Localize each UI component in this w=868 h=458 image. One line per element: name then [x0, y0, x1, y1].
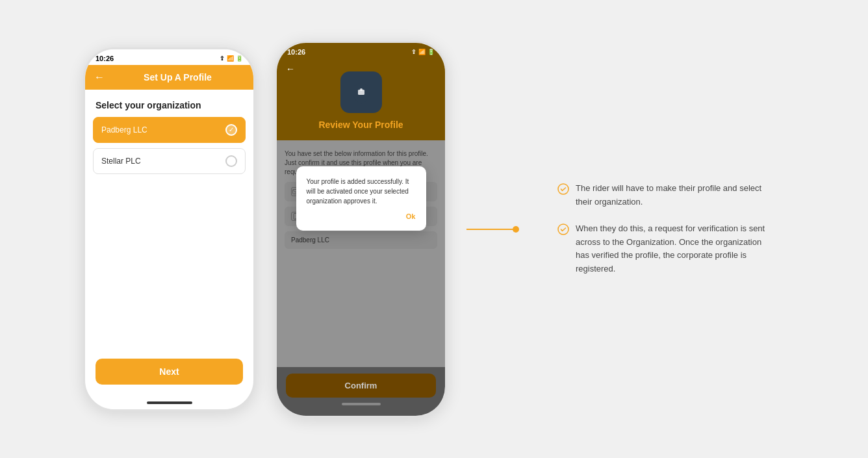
info-panel: The rider will have to make their profil… — [538, 169, 785, 289]
info-item-2: When they do this, a request for verific… — [557, 222, 772, 276]
location-icon: ⇪ — [220, 55, 225, 62]
next-button[interactable]: Next — [96, 359, 243, 385]
select-org-title: Select your organization — [85, 90, 253, 117]
phone-left: 10:26 ⇪ 📶 🔋 ← Set Up A Profile Select yo… — [83, 47, 255, 411]
phone-right-footer: Confirm — [277, 367, 445, 416]
phone-left-body: Select your organization Padberg LLC ✓ S… — [85, 90, 253, 398]
time-left: 10:26 — [96, 55, 114, 62]
org-name-padberg: Padberg LLC — [101, 125, 147, 134]
status-icons-right: ⇪ 📶 🔋 — [411, 49, 435, 55]
modal-overlay: Your profile is added successfully. It w… — [277, 140, 445, 367]
review-content-area: You have set the below information for t… — [277, 140, 445, 367]
battery-icon-left: 🔋 — [236, 55, 243, 62]
phone-right-status-bar: 10:26 ⇪ 📶 🔋 — [277, 43, 445, 58]
check-circle-icon-1 — [557, 183, 569, 197]
page-title-left: Set Up A Profile — [111, 72, 244, 83]
connector-line — [466, 229, 518, 230]
svg-point-5 — [558, 184, 568, 194]
svg-rect-1 — [360, 88, 363, 91]
svg-point-6 — [558, 224, 568, 235]
home-indicator-right — [342, 403, 381, 405]
time-right: 10:26 — [287, 48, 305, 56]
location-icon-right: ⇪ — [411, 49, 416, 55]
profile-shield-icon — [340, 71, 382, 113]
wifi-icon-right: 📶 — [418, 49, 426, 55]
status-icons-left: ⇪ 📶 🔋 — [220, 55, 243, 62]
phone-left-status-bar: 10:26 ⇪ 📶 🔋 — [85, 49, 253, 65]
modal-ok-button[interactable]: Ok — [307, 212, 416, 220]
modal-message: Your profile is added successfully. It w… — [307, 177, 416, 206]
check-circle-icon-2 — [557, 223, 569, 237]
org-list: Padberg LLC ✓ Stellar PLC — [85, 117, 253, 174]
info-item-1: The rider will have to make their profil… — [557, 182, 772, 209]
org-item-stellar[interactable]: Stellar PLC — [93, 148, 246, 174]
home-bar-left-wrap — [85, 398, 253, 409]
scene: 10:26 ⇪ 📶 🔋 ← Set Up A Profile Select yo… — [0, 0, 868, 458]
review-section: ← Review Your Profile You have set the b… — [277, 58, 445, 367]
radio-circle-stellar — [225, 155, 237, 167]
check-icon-padberg: ✓ — [225, 124, 237, 136]
info-text-2: When they do this, a request for verific… — [576, 222, 772, 276]
success-modal: Your profile is added successfully. It w… — [296, 166, 426, 231]
phone-left-footer: Next — [85, 351, 253, 398]
org-item-padberg[interactable]: Padberg LLC ✓ — [93, 117, 246, 143]
back-arrow-right[interactable]: ← — [286, 64, 295, 74]
back-arrow-left[interactable]: ← — [94, 71, 105, 83]
review-profile-title: Review Your Profile — [318, 120, 403, 130]
wifi-icon: 📶 — [227, 55, 234, 62]
connector-area — [466, 229, 518, 230]
confirm-button[interactable]: Confirm — [286, 374, 436, 398]
header-bar-left: ← Set Up A Profile — [85, 65, 253, 90]
phone-right: 10:26 ⇪ 📶 🔋 ← Review Your Profile — [275, 41, 447, 418]
battery-icon-right: 🔋 — [428, 49, 435, 55]
connector-dot — [513, 226, 519, 233]
info-text-1: The rider will have to make their profil… — [576, 182, 772, 209]
org-name-stellar: Stellar PLC — [101, 157, 141, 166]
home-indicator-left — [147, 401, 192, 404]
